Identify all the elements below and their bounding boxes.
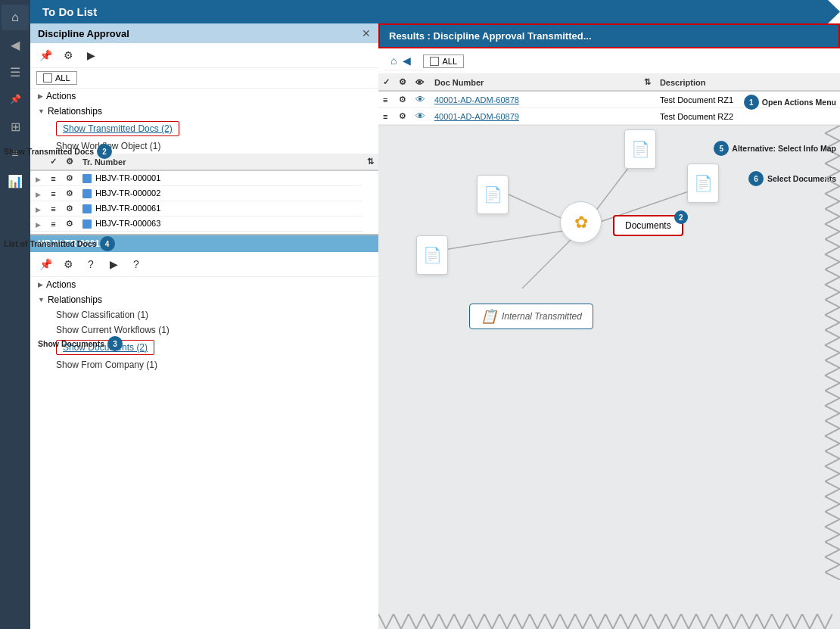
lower-relationships-row[interactable]: ▼ Relationships [30,292,378,307]
lower-help-icon[interactable]: ? [82,255,100,273]
results-back-icon[interactable]: ◀ [403,54,411,67]
relationships-arrow: ▼ [38,107,45,115]
discipline-header: Discipline Approval ✕ [30,23,378,43]
table-row[interactable]: ▶ ≡ ⚙ HBJV-TR-000063 [30,216,378,232]
grid-nav-icon[interactable]: ⊞ [2,114,29,139]
lower-gear-icon[interactable]: ⚙ [59,255,77,273]
pin-nav-icon[interactable]: 📌 [2,86,29,112]
ann-1-label: Open Actions Menu [762,98,836,107]
lower-forward-icon[interactable]: ▶ [104,255,123,273]
doc-icon-2: 📄 [631,140,650,158]
tr-table-container: ✓ ⚙ Tr. Number ⇅ ▶ ≡ ⚙ [30,154,378,234]
all-filter-button[interactable]: ALL [36,71,77,85]
row-tr-number[interactable]: HBJV-TR-000001 [78,170,362,186]
annotation-5: 5 Alternative: Select Info Map [714,141,836,156]
row-node-icon: ⚙ [61,232,78,234]
right-panels: Results : Discipline Approval Transmitte… [378,23,840,629]
all-checkbox[interactable] [43,73,52,83]
transmitted-docs-link[interactable]: Show Transmitted Docs (2) [56,121,179,136]
row-tr-number[interactable]: HBJV-TR-000061 [78,201,362,216]
table-row[interactable]: ▶ ≡ ⚙ HBJV-TR-000001 [30,170,378,186]
row-expand: ▶ [30,216,45,232]
col-check: ✓ [378,74,394,91]
results-all-button[interactable]: ALL [423,54,464,68]
relationships-row[interactable]: ▼ Relationships [30,104,378,119]
doc-icon-3: 📄 [694,174,713,192]
results-all-label: ALL [442,57,457,66]
row-tr-number[interactable]: HBJV-TR-000066 [78,232,362,234]
result-node: ⚙ [394,91,411,108]
workflow-icon[interactable]: ⚙ [59,46,77,64]
all-label: ALL [55,73,70,83]
actions-row[interactable]: ▶ Actions [30,89,378,104]
row-node-icon: ⚙ [61,186,78,201]
ann-5-num: 5 [714,141,729,156]
home-icon[interactable]: ⌂ [2,5,29,30]
show-from-company-item[interactable]: Show From Company (1) [48,357,378,372]
menu-lines-icon[interactable]: ☰ [2,59,29,85]
row-color-sq [82,189,92,198]
doc-node-4[interactable]: 📄 [416,235,448,275]
lower-pin-icon[interactable]: 📌 [36,255,54,273]
connections-svg [378,126,840,629]
todo-title: To Do List [42,5,97,18]
ann-4-label: List of Transmitted Docs [4,239,97,248]
annotation-3: Show Documents 3 [38,336,123,351]
results-home-icon[interactable]: ⌂ [390,54,397,67]
result-doc-num[interactable]: 40001-AD-ADM-60878 [430,91,639,108]
annotation-4: List of Transmitted Docs 4 [4,236,115,251]
internal-transmitted-node[interactable]: 📋 Internal Transmitted [469,304,593,329]
results-row[interactable]: ≡ ⚙ 👁 40001-AD-ADM-60879 Test Document R… [378,108,840,125]
sidebar-nav: ⌂ ◀ ☰ 📌 ⊞ ≡ 📊 [0,0,30,629]
row-expand: ▶ [30,201,45,216]
chart-nav-icon[interactable]: 📊 [2,168,29,194]
results-home-icon-row: ⌂ ◀ [384,51,423,70]
hub-node[interactable]: ✿ [560,201,602,243]
row-expand: ▶ [30,232,45,234]
doc-node-3[interactable]: 📄 [687,163,719,203]
col-tr-number: Tr. Number [78,154,362,170]
ann-num-6: 6 [748,171,764,186]
ann-2-label: Show Transmitted Docs [4,147,94,156]
doc-icon-1: 📄 [484,185,502,204]
table-row[interactable]: ▶ ≡ ⚙ HBJV-TR-000002 [30,186,378,201]
row-node-icon: ⚙ [61,170,78,186]
result-eye[interactable]: 👁 [411,91,430,108]
row-tr-number[interactable]: HBJV-TR-000002 [78,186,362,201]
lower-help2-icon[interactable]: ? [127,255,145,273]
row-node-icon: ⚙ [61,216,78,232]
pin-icon[interactable]: 📌 [36,46,54,64]
show-classification-label: Show Classification (1) [56,310,148,320]
forward-icon[interactable]: ▶ [82,46,100,64]
actions-label: Actions [46,91,76,101]
table-row[interactable]: ▶ ≡ ⚙ HBJV-TR-000061 [30,201,378,216]
result-eye[interactable]: 👁 [411,108,430,125]
show-classification-item[interactable]: Show Classification (1) [48,307,378,322]
result-spacer [639,91,655,108]
documents-label: Documents [625,220,671,231]
row-color-sq [82,204,92,213]
row-expand: ▶ [30,170,45,186]
zigzag-right-svg [825,126,840,580]
row-tr-number[interactable]: HBJV-TR-000063 [78,216,362,232]
documents-node[interactable]: Documents 2 [613,215,683,236]
back-icon[interactable]: ◀ [2,32,29,58]
result-doc-num[interactable]: 40001-AD-ADM-60879 [430,108,639,125]
page-wrapper: ⌂ ◀ ☰ 📌 ⊞ ≡ 📊 To Do List Discipline Appr… [0,0,840,629]
diagram-area: ✿ Documents 2 📄 [378,126,840,629]
lower-actions-row[interactable]: ▶ Actions [30,277,378,292]
col-description: Description [655,74,840,91]
results-checkbox[interactable] [430,57,439,66]
show-workflows-item[interactable]: Show Current Workflows (1) [48,322,378,338]
tr-table: ✓ ⚙ Tr. Number ⇅ ▶ ≡ ⚙ [30,154,378,234]
doc-node-2[interactable]: 📄 [624,129,656,169]
ann-2-num: 2 [97,144,112,159]
table-row[interactable]: ▶ ≡ ⚙ HBJV-TR-000066 [30,232,378,234]
upper-toolbar: 📌 ⚙ ▶ [30,43,378,68]
doc-node-1[interactable]: 📄 [477,175,509,214]
ann-4-num: 4 [100,236,115,251]
ann-3-label: Show Documents [38,339,104,348]
transmitted-docs-item[interactable]: Show Transmitted Docs (2) [48,119,378,139]
result-check: ≡ [378,108,394,125]
close-button[interactable]: ✕ [362,27,371,39]
